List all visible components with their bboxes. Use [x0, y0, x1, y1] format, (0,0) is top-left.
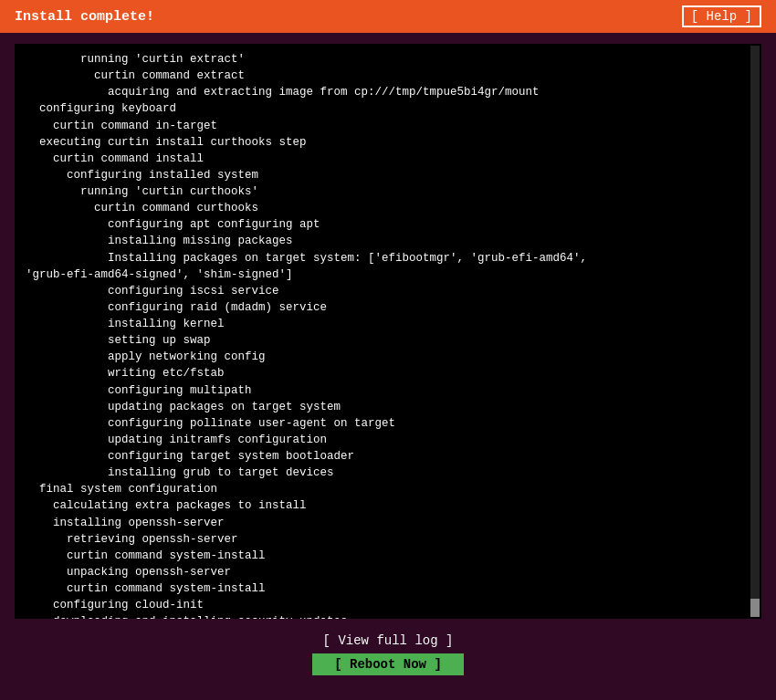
view-log-button[interactable]: [ View full log ]: [323, 633, 454, 648]
reboot-now-button[interactable]: [ Reboot Now ]: [312, 653, 464, 675]
scrollbar-thumb[interactable]: [750, 599, 760, 617]
scrollbar[interactable]: [750, 46, 760, 617]
log-output: running 'curtin extract' curtin command …: [26, 51, 750, 619]
header-title: Install complete!: [15, 9, 154, 25]
main-content: running 'curtin extract' curtin command …: [15, 44, 761, 619]
help-button[interactable]: [ Help ]: [682, 5, 761, 27]
footer: [ View full log ] [ Reboot Now ]: [0, 630, 776, 675]
header: Install complete! [ Help ]: [0, 0, 776, 33]
